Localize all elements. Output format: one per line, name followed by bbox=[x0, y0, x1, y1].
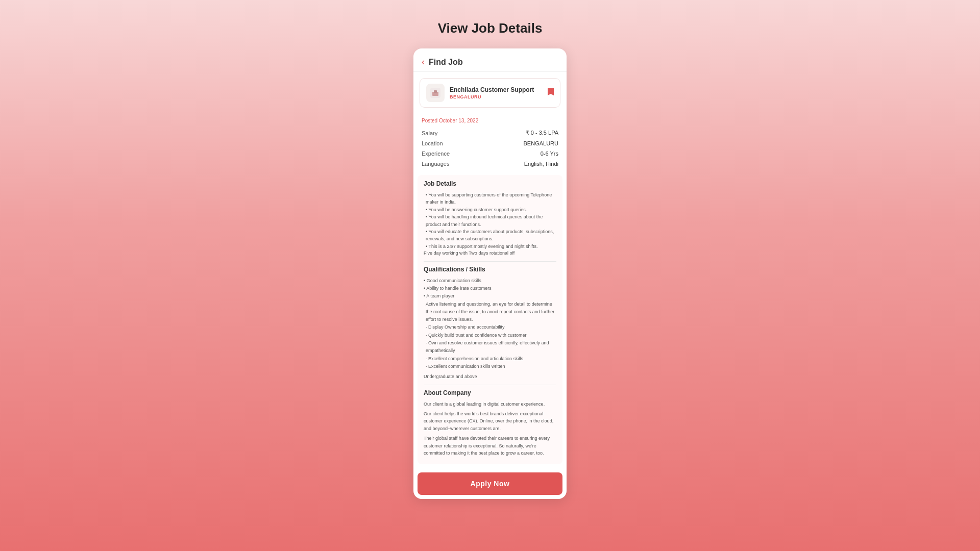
job-location-badge: BENGALURU bbox=[450, 94, 534, 99]
languages-value: English, Hindi bbox=[524, 161, 558, 167]
meta-section: Posted October 13, 2022 Salary ₹ 0 - 3.5… bbox=[413, 114, 567, 171]
company-logo bbox=[426, 84, 445, 102]
divider-1 bbox=[424, 261, 556, 262]
skill-item: · Excellent comprehension and articulati… bbox=[424, 355, 556, 363]
skill-item: · Display Ownership and accountability bbox=[424, 323, 556, 331]
location-value: BENGALURU bbox=[524, 140, 558, 146]
qual-bullet-item: • A team player bbox=[424, 292, 556, 300]
about-paragraph: Their global staff have devoted their ca… bbox=[424, 435, 556, 457]
job-bullet-item: • This is a 24/7 support mostly evening … bbox=[424, 243, 556, 250]
about-company-text: Our client is a global leading in digita… bbox=[424, 400, 556, 457]
back-button[interactable]: ‹ bbox=[422, 57, 425, 67]
job-listing-card: Enchilada Customer Support BENGALURU bbox=[420, 78, 560, 108]
skill-item: · Excellent communication skills written bbox=[424, 363, 556, 370]
apply-now-button[interactable]: Apply Now bbox=[418, 472, 562, 495]
job-info: Enchilada Customer Support BENGALURU bbox=[450, 86, 534, 99]
location-label: Location bbox=[422, 140, 443, 146]
experience-row: Experience 0-6 Yrs bbox=[422, 148, 558, 159]
job-bullets: • You will be supporting customers of th… bbox=[424, 191, 556, 250]
job-details-title: Job Details bbox=[424, 180, 556, 187]
skill-item: · Quickly build trust and confidence wit… bbox=[424, 332, 556, 339]
job-bullet-item: • You will be handling inbound technical… bbox=[424, 213, 556, 228]
salary-row: Salary ₹ 0 - 3.5 LPA bbox=[422, 128, 558, 138]
bookmark-button[interactable] bbox=[547, 87, 555, 98]
job-title: Enchilada Customer Support bbox=[450, 86, 534, 93]
experience-value: 0-6 Yrs bbox=[541, 151, 558, 157]
about-company-title: About Company bbox=[424, 389, 556, 396]
qual-bullet-item: • Ability to handle irate customers bbox=[424, 285, 556, 292]
page-title: View Job Details bbox=[438, 20, 543, 36]
education-req: Undergraduate and above bbox=[424, 373, 556, 381]
divider-2 bbox=[424, 385, 556, 385]
skill-item: Active listening and questioning, an eye… bbox=[424, 300, 556, 324]
location-row: Location BENGALURU bbox=[422, 138, 558, 148]
qual-bullet-item: • Good communication skills bbox=[424, 277, 556, 285]
job-bullet-item: • You will be answering customer support… bbox=[424, 206, 556, 213]
details-section: Job Details • You will be supporting cus… bbox=[418, 175, 562, 464]
job-details-card: ‹ Find Job Enchilada Customer Support BE… bbox=[413, 48, 567, 499]
qualifications-title: Qualifications / Skills bbox=[424, 266, 556, 273]
qualifications-bullets: • Good communication skills• Ability to … bbox=[424, 277, 556, 300]
job-bullet-item: • You will educate the customers about p… bbox=[424, 228, 556, 243]
salary-label: Salary bbox=[422, 130, 437, 136]
about-paragraph: Our client helps the world's best brands… bbox=[424, 410, 556, 432]
skills-list: Active listening and questioning, an eye… bbox=[424, 300, 556, 371]
job-note: Five day working with Two days rotationa… bbox=[424, 250, 556, 257]
experience-label: Experience bbox=[422, 151, 450, 157]
salary-value: ₹ 0 - 3.5 LPA bbox=[526, 130, 558, 136]
about-paragraph: Our client is a global leading in digita… bbox=[424, 400, 556, 408]
job-bullet-item: • You will be supporting customers of th… bbox=[424, 191, 556, 206]
header-title: Find Job bbox=[429, 58, 463, 67]
card-header: ‹ Find Job bbox=[413, 48, 567, 72]
posted-date: Posted October 13, 2022 bbox=[422, 118, 558, 123]
skill-item: · Own and resolve customer issues effici… bbox=[424, 339, 556, 355]
languages-row: Languages English, Hindi bbox=[422, 159, 558, 169]
languages-label: Languages bbox=[422, 161, 449, 167]
svg-rect-2 bbox=[434, 90, 437, 93]
